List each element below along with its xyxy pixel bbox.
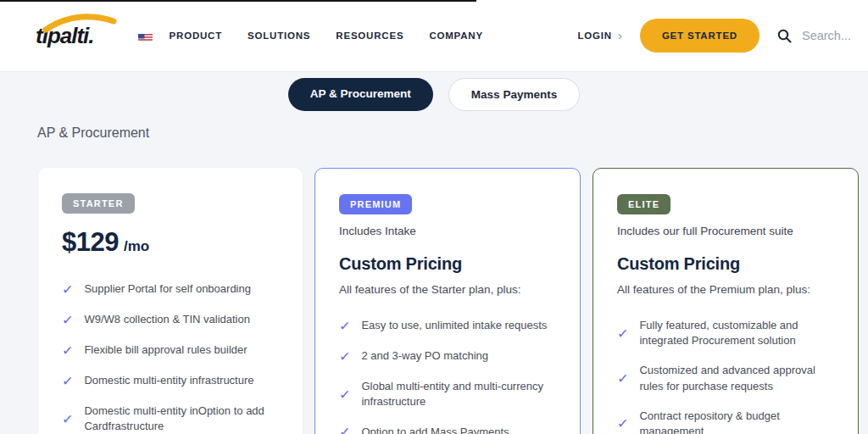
page: tipalti. PRODUCT SOLUTIONS RESOURCES COM… [0, 0, 868, 434]
check-icon: ✓ [338, 386, 351, 403]
nav-item-resources[interactable]: RESOURCES [336, 31, 403, 41]
logo-swoosh-icon [41, 11, 119, 33]
list-item: ✓ Global multi-entity and multi-currency… [339, 379, 556, 409]
us-flag-icon[interactable] [138, 31, 153, 41]
nav-item-product[interactable]: PRODUCT [170, 31, 222, 41]
list-item: ✓ Option to add Mass Payments [339, 424, 556, 434]
check-icon: ✓ [61, 373, 74, 390]
nav-item-solutions[interactable]: SOLUTIONS [248, 31, 310, 41]
plan-card-elite: ELITE Includes our full Procurement suit… [593, 168, 859, 434]
check-icon: ✓ [338, 348, 351, 365]
list-item: ✓ Fully featured, customizable and integ… [617, 318, 834, 348]
starter-price-row: $129 /mo [62, 227, 279, 258]
search-placeholder-text: Search... [802, 29, 851, 42]
premium-includes: Includes Intake [339, 225, 556, 237]
starter-price: $129 [62, 227, 119, 258]
plan-card-starter: STARTER $129 /mo ✓ Supplier Portal for s… [38, 168, 303, 434]
header: tipalti. PRODUCT SOLUTIONS RESOURCES COM… [0, 0, 868, 72]
premium-subtitle: All features of the Starter plan, plus: [339, 283, 556, 296]
elite-subtitle: All features of the Premium plan, plus: [617, 283, 834, 296]
list-item: ✓ W9/W8 collection & TIN validation [62, 312, 279, 328]
search-control[interactable]: Search... [777, 29, 851, 43]
plan-card-premium: PREMIUM Includes Intake Custom Pricing A… [314, 168, 581, 434]
check-icon: ✓ [61, 410, 74, 427]
starter-feature-list: ✓ Supplier Portal for self onboarding ✓ … [62, 281, 279, 434]
check-icon: ✓ [338, 318, 351, 335]
list-item: ✓ Flexible bill approval rules builder [62, 342, 279, 359]
check-icon: ✓ [616, 415, 629, 432]
logo[interactable]: tipalti. [36, 23, 94, 49]
search-icon [777, 29, 792, 43]
list-item: ✓ Domestic multi-entity inOption to add … [62, 403, 279, 434]
plan-badge-elite: ELITE [617, 194, 670, 214]
pricing-tabs: AP & Procurement Mass Payments [0, 78, 868, 111]
top-edge-artifact [0, 0, 476, 2]
premium-feature-list: ✓ Easy to use, unlimited intake requests… [339, 318, 556, 434]
list-item: ✓ Domestic multi-entity infrastructure [62, 373, 279, 389]
premium-price-label: Custom Pricing [339, 254, 556, 274]
check-icon: ✓ [338, 424, 351, 434]
login-link[interactable]: LOGIN › [577, 31, 621, 42]
nav-item-company[interactable]: COMPANY [429, 31, 483, 41]
check-icon: ✓ [61, 312, 74, 329]
starter-period: /mo [124, 238, 149, 255]
tab-ap-procurement[interactable]: AP & Procurement [288, 78, 433, 111]
elite-feature-list: ✓ Fully featured, customizable and integ… [617, 318, 834, 434]
elite-price-label: Custom Pricing [617, 254, 834, 274]
login-label: LOGIN [577, 31, 611, 41]
plan-badge-premium: PREMIUM [339, 194, 412, 214]
list-item: ✓ Contract repository & budget managemen… [617, 409, 834, 434]
elite-includes: Includes our full Procurement suite [617, 225, 834, 237]
check-icon: ✓ [616, 370, 629, 387]
list-item: ✓ Supplier Portal for self onboarding [62, 281, 279, 298]
check-icon: ✓ [616, 325, 629, 342]
main-nav: PRODUCT SOLUTIONS RESOURCES COMPANY [170, 31, 483, 41]
check-icon: ✓ [61, 281, 74, 298]
header-right: LOGIN › GET STARTED Search... [577, 19, 868, 53]
section-title: AP & Procurement [37, 125, 149, 141]
check-icon: ✓ [61, 342, 74, 359]
list-item: ✓ 2 and 3-way PO matching [339, 348, 556, 364]
plan-badge-starter: STARTER [62, 193, 135, 214]
get-started-button[interactable]: GET STARTED [640, 19, 760, 53]
pricing-cards: STARTER $129 /mo ✓ Supplier Portal for s… [38, 168, 859, 434]
chevron-right-icon: › [618, 29, 622, 42]
list-item: ✓ Customized and advanced approval rules… [617, 363, 834, 393]
tab-mass-payments[interactable]: Mass Payments [448, 78, 580, 111]
list-item: ✓ Easy to use, unlimited intake requests [339, 318, 556, 334]
